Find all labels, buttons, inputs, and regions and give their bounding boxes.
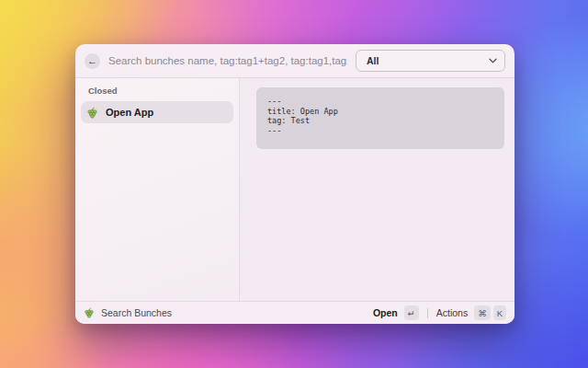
search-input[interactable] <box>108 55 347 66</box>
return-key-badge[interactable]: ↵ <box>404 305 419 320</box>
results-list-panel: Closed Open App <box>75 78 240 301</box>
k-key-badge[interactable]: K <box>493 305 506 320</box>
bunches-search-window: ← All Closed <box>75 44 514 324</box>
code-line: --- <box>267 126 493 136</box>
filter-dropdown-value: All <box>367 55 379 66</box>
code-line: title: Open App <box>267 107 493 117</box>
status-bar: Search Bunches Open ↵ Actions ⌘ K <box>75 301 514 324</box>
list-item-label: Open App <box>106 107 153 118</box>
desktop-background: ← All Closed <box>0 0 588 368</box>
back-button[interactable]: ← <box>85 53 100 69</box>
back-arrow-icon: ← <box>87 53 97 69</box>
chevron-down-icon <box>489 58 497 63</box>
command-key-badge[interactable]: ⌘ <box>474 305 491 320</box>
app-name: Search Bunches <box>101 307 172 318</box>
filter-dropdown[interactable]: All <box>356 50 505 72</box>
footer-divider <box>427 308 428 318</box>
section-header-closed: Closed <box>81 86 233 96</box>
open-action-label[interactable]: Open <box>373 307 398 318</box>
list-item-open-app[interactable]: Open App <box>81 101 233 123</box>
search-bar: ← All <box>75 44 514 78</box>
grapes-icon <box>84 307 95 318</box>
actions-menu-label[interactable]: Actions <box>436 307 468 318</box>
grapes-icon <box>86 107 98 119</box>
bunch-preview-code: ---title: Open Apptag: Test--- <box>256 87 504 149</box>
actions-shortcut-keys: ⌘ K <box>474 305 506 320</box>
detail-panel: ---title: Open Apptag: Test--- <box>240 78 514 301</box>
code-line: --- <box>267 97 493 107</box>
code-line: tag: Test <box>267 116 493 126</box>
main-content: Closed Open App <box>75 78 514 301</box>
